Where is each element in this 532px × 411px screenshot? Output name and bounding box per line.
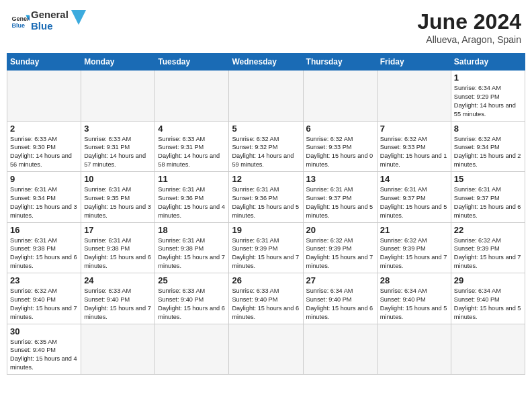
svg-text:Blue: Blue [11, 21, 25, 28]
day-info: Sunrise: 6:33 AMSunset: 9:31 PMDaylight:… [158, 135, 226, 170]
calendar-cell-12: 12Sunrise: 6:31 AMSunset: 9:36 PMDayligh… [229, 172, 303, 223]
day-number: 24 [84, 275, 152, 285]
calendar-cell-11: 11Sunrise: 6:31 AMSunset: 9:36 PMDayligh… [155, 172, 229, 223]
calendar-cell-20: 20Sunrise: 6:32 AMSunset: 9:39 PMDayligh… [303, 222, 377, 273]
day-header-saturday: Saturday [451, 54, 525, 71]
day-number: 5 [232, 124, 300, 134]
day-number: 17 [84, 225, 152, 235]
day-number: 19 [232, 225, 300, 235]
day-header-sunday: Sunday [7, 54, 81, 71]
day-number: 10 [84, 174, 152, 184]
calendar-title: June 2024 [417, 9, 521, 34]
day-info: Sunrise: 6:32 AMSunset: 9:39 PMDaylight:… [306, 236, 374, 271]
calendar-cell-empty [7, 71, 81, 122]
day-info: Sunrise: 6:34 AMSunset: 9:40 PMDaylight:… [380, 287, 448, 322]
day-number: 27 [306, 275, 374, 285]
day-info: Sunrise: 6:33 AMSunset: 9:31 PMDaylight:… [84, 135, 152, 170]
day-info: Sunrise: 6:31 AMSunset: 9:37 PMDaylight:… [380, 185, 448, 220]
day-number: 18 [158, 225, 226, 235]
calendar-cell-empty [377, 71, 451, 122]
day-info: Sunrise: 6:31 AMSunset: 9:36 PMDaylight:… [232, 185, 300, 220]
day-number: 4 [158, 124, 226, 134]
calendar-cell-26: 26Sunrise: 6:33 AMSunset: 9:40 PMDayligh… [229, 273, 303, 324]
day-info: Sunrise: 6:35 AMSunset: 9:40 PMDaylight:… [10, 338, 78, 373]
calendar-cell-4: 4Sunrise: 6:33 AMSunset: 9:31 PMDaylight… [155, 121, 229, 172]
calendar-cell-21: 21Sunrise: 6:32 AMSunset: 9:39 PMDayligh… [377, 222, 451, 273]
calendar-cell-18: 18Sunrise: 6:31 AMSunset: 9:38 PMDayligh… [155, 222, 229, 273]
day-info: Sunrise: 6:31 AMSunset: 9:38 PMDaylight:… [10, 236, 78, 271]
day-number: 20 [306, 225, 374, 235]
day-number: 29 [454, 275, 522, 285]
day-info: Sunrise: 6:32 AMSunset: 9:39 PMDaylight:… [380, 236, 448, 271]
day-info: Sunrise: 6:32 AMSunset: 9:33 PMDaylight:… [306, 135, 374, 170]
day-info: Sunrise: 6:31 AMSunset: 9:37 PMDaylight:… [454, 185, 522, 220]
day-info: Sunrise: 6:32 AMSunset: 9:39 PMDaylight:… [454, 236, 522, 271]
day-number: 6 [306, 124, 374, 134]
title-block: June 2024 Allueva, Aragon, Spain [417, 9, 521, 45]
day-info: Sunrise: 6:33 AMSunset: 9:40 PMDaylight:… [84, 287, 152, 322]
calendar-cell-29: 29Sunrise: 6:34 AMSunset: 9:40 PMDayligh… [451, 273, 525, 324]
day-number: 15 [454, 174, 522, 184]
calendar-cell-empty [229, 71, 303, 122]
day-header-thursday: Thursday [303, 54, 377, 71]
week-row-4: 23Sunrise: 6:32 AMSunset: 9:40 PMDayligh… [7, 273, 525, 324]
calendar-cell-empty [303, 71, 377, 122]
day-info: Sunrise: 6:32 AMSunset: 9:40 PMDaylight:… [10, 287, 78, 322]
logo-blue: Blue [31, 21, 69, 32]
calendar-cell-1: 1Sunrise: 6:34 AMSunset: 9:29 PMDaylight… [451, 71, 525, 122]
calendar-header: General Blue General Blue June 2024 Allu… [7, 7, 525, 48]
calendar-cell-empty [81, 71, 155, 122]
day-info: Sunrise: 6:31 AMSunset: 9:38 PMDaylight:… [158, 236, 226, 271]
calendar-cell-empty [155, 71, 229, 122]
calendar-cell-8: 8Sunrise: 6:32 AMSunset: 9:34 PMDaylight… [451, 121, 525, 172]
calendar-cell-25: 25Sunrise: 6:33 AMSunset: 9:40 PMDayligh… [155, 273, 229, 324]
calendar-cell-23: 23Sunrise: 6:32 AMSunset: 9:40 PMDayligh… [7, 273, 81, 324]
day-number: 25 [158, 275, 226, 285]
days-header-row: SundayMondayTuesdayWednesdayThursdayFrid… [7, 54, 525, 71]
calendar-cell-6: 6Sunrise: 6:32 AMSunset: 9:33 PMDaylight… [303, 121, 377, 172]
day-header-friday: Friday [377, 54, 451, 71]
logo-general: General [31, 9, 69, 21]
day-number: 26 [232, 275, 300, 285]
day-number: 13 [306, 174, 374, 184]
day-info: Sunrise: 6:32 AMSunset: 9:33 PMDaylight:… [380, 135, 448, 170]
day-number: 21 [380, 225, 448, 235]
calendar-cell-15: 15Sunrise: 6:31 AMSunset: 9:37 PMDayligh… [451, 172, 525, 223]
calendar-cell-empty [81, 324, 155, 375]
logo-icon: General Blue [11, 11, 30, 30]
day-info: Sunrise: 6:34 AMSunset: 9:40 PMDaylight:… [454, 287, 522, 322]
day-info: Sunrise: 6:34 AMSunset: 9:29 PMDaylight:… [454, 84, 522, 119]
calendar-cell-empty [451, 324, 525, 375]
day-number: 8 [454, 124, 522, 134]
day-number: 1 [454, 73, 522, 83]
calendar-cell-empty [155, 324, 229, 375]
day-header-wednesday: Wednesday [229, 54, 303, 71]
day-number: 22 [454, 225, 522, 235]
calendar-subtitle: Allueva, Aragon, Spain [417, 34, 521, 45]
day-number: 30 [10, 326, 78, 336]
calendar-cell-27: 27Sunrise: 6:34 AMSunset: 9:40 PMDayligh… [303, 273, 377, 324]
day-number: 11 [158, 174, 226, 184]
day-number: 7 [380, 124, 448, 134]
calendar-cell-24: 24Sunrise: 6:33 AMSunset: 9:40 PMDayligh… [81, 273, 155, 324]
calendar-cell-2: 2Sunrise: 6:33 AMSunset: 9:30 PMDaylight… [7, 121, 81, 172]
day-number: 14 [380, 174, 448, 184]
day-number: 16 [10, 225, 78, 235]
week-row-5: 30Sunrise: 6:35 AMSunset: 9:40 PMDayligh… [7, 324, 525, 375]
day-info: Sunrise: 6:33 AMSunset: 9:30 PMDaylight:… [10, 135, 78, 170]
day-info: Sunrise: 6:34 AMSunset: 9:40 PMDaylight:… [306, 287, 374, 322]
calendar-cell-22: 22Sunrise: 6:32 AMSunset: 9:39 PMDayligh… [451, 222, 525, 273]
day-number: 23 [10, 275, 78, 285]
week-row-3: 16Sunrise: 6:31 AMSunset: 9:38 PMDayligh… [7, 222, 525, 273]
logo: General Blue General Blue [11, 9, 86, 32]
week-row-1: 2Sunrise: 6:33 AMSunset: 9:30 PMDaylight… [7, 121, 525, 172]
day-info: Sunrise: 6:31 AMSunset: 9:39 PMDaylight:… [232, 236, 300, 271]
calendar-cell-13: 13Sunrise: 6:31 AMSunset: 9:37 PMDayligh… [303, 172, 377, 223]
day-number: 28 [380, 275, 448, 285]
calendar-cell-9: 9Sunrise: 6:31 AMSunset: 9:34 PMDaylight… [7, 172, 81, 223]
day-number: 2 [10, 124, 78, 134]
calendar-cell-14: 14Sunrise: 6:31 AMSunset: 9:37 PMDayligh… [377, 172, 451, 223]
calendar-cell-28: 28Sunrise: 6:34 AMSunset: 9:40 PMDayligh… [377, 273, 451, 324]
day-number: 12 [232, 174, 300, 184]
week-row-2: 9Sunrise: 6:31 AMSunset: 9:34 PMDaylight… [7, 172, 525, 223]
